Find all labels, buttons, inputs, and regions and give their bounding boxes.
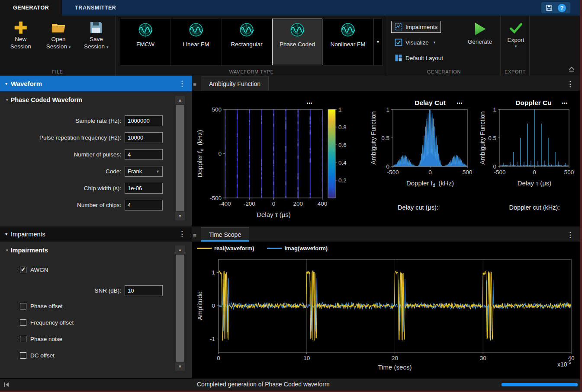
awgn-checkbox-row[interactable]: AWGN bbox=[20, 267, 48, 273]
delay-cut-menu-icon[interactable]: ... bbox=[457, 98, 462, 105]
layout-grid-icon bbox=[395, 54, 402, 62]
collapse-triangle-icon[interactable]: ▾ bbox=[5, 81, 7, 86]
axis-text: 0.5 bbox=[488, 135, 496, 141]
waveform-icon bbox=[237, 22, 257, 39]
legend-swatch bbox=[267, 248, 282, 249]
axis-text: 1 bbox=[338, 106, 342, 113]
phase-noise-checkbox[interactable] bbox=[20, 336, 26, 342]
snr-input[interactable] bbox=[125, 285, 163, 296]
doppler-cut-ylabel: Ambiguity Function bbox=[479, 111, 486, 164]
default-layout-button[interactable]: Default Layout bbox=[391, 52, 447, 64]
waveform-type-linear-fm[interactable]: Linear FM bbox=[171, 19, 222, 65]
impairments-panel-header: ▾ Impairments ⋮ bbox=[0, 226, 192, 242]
field-num-chips: Number of chips: bbox=[0, 197, 173, 214]
code-dropdown[interactable]: Frank ▼ bbox=[125, 166, 163, 177]
visualize-button[interactable]: Visualize ▾ bbox=[391, 36, 439, 48]
new-session-button[interactable]: New Session bbox=[3, 20, 38, 51]
impairments-section-title[interactable]: ▾ Impairments bbox=[6, 247, 48, 254]
collapse-status-icon[interactable] bbox=[3, 382, 10, 388]
axis-text: 0 bbox=[218, 150, 222, 157]
titlebar: GENERATOR TRANSMITTER ? bbox=[0, 0, 580, 16]
generation-section: Impairments Visualize ▾ Default Layout bbox=[388, 16, 501, 76]
gallery-overflow-button[interactable]: ▼ bbox=[373, 19, 382, 65]
tab-transmitter[interactable]: TRANSMITTER bbox=[62, 0, 129, 16]
waveform-panel-menu-icon[interactable]: ⋮ bbox=[178, 80, 186, 87]
waveform-type-nonlinear-fm[interactable]: Nonlinear FM bbox=[323, 19, 373, 65]
export-section: Export ▾ EXPORT bbox=[501, 16, 530, 76]
axis-text: 0.5 bbox=[381, 135, 389, 141]
axis-text: 0 bbox=[493, 163, 496, 170]
axis-text: -500 bbox=[210, 195, 222, 201]
doppler-cut-xlabel: Delay τ (μs) bbox=[518, 179, 552, 187]
dc-offset-checkbox-row[interactable]: DC offset bbox=[20, 352, 55, 359]
phase-noise-checkbox-row[interactable]: Phase noise bbox=[20, 336, 62, 342]
waveform-section-title[interactable]: ▾ Phase Coded Waveform bbox=[6, 96, 82, 103]
scroll-down-icon[interactable]: ▼ bbox=[175, 212, 185, 220]
axis-text: 20 bbox=[392, 355, 398, 361]
save-icon[interactable] bbox=[546, 4, 553, 11]
axis-text: 1 bbox=[212, 269, 215, 276]
collapse-toolstrip-icon[interactable] bbox=[568, 65, 576, 72]
field-prf: Pulse repetition frequency (Hz): bbox=[0, 129, 173, 146]
scroll-thumb[interactable] bbox=[176, 255, 184, 362]
waveform-icon bbox=[135, 22, 155, 39]
visualize-icon bbox=[395, 38, 402, 46]
waveform-type-rectangular[interactable]: Rectangular bbox=[222, 19, 272, 65]
scroll-up-icon[interactable]: ▲ bbox=[175, 96, 185, 105]
tab-ambiguity-function[interactable]: Ambiguity Function bbox=[201, 76, 269, 91]
impairments-panel-body: ▾ Impairments AWGN SNR (dB): Phase offse… bbox=[0, 242, 192, 378]
num-pulses-input[interactable] bbox=[125, 149, 163, 160]
frequency-offset-checkbox[interactable] bbox=[20, 319, 26, 326]
collapse-triangle-icon[interactable]: ▾ bbox=[5, 232, 7, 236]
open-session-button[interactable]: Open Session▾ bbox=[41, 20, 75, 51]
phase-offset-checkbox-row[interactable]: Phase offset bbox=[20, 303, 63, 309]
tab-generator[interactable]: GENERATOR bbox=[0, 0, 62, 16]
waveform-type-fmcw[interactable]: FMCW bbox=[120, 19, 171, 65]
prf-input[interactable] bbox=[125, 132, 163, 143]
play-icon bbox=[472, 21, 488, 37]
impairments-panel-menu-icon[interactable]: ⋮ bbox=[178, 230, 186, 238]
phase-offset-checkbox[interactable] bbox=[20, 303, 26, 309]
axis-text: 0.8 bbox=[338, 124, 347, 131]
waveform-scrollbar[interactable]: ▲ ▼ bbox=[175, 96, 185, 220]
delay-cut-title: Delay Cut bbox=[415, 99, 446, 106]
tab-time-scope[interactable]: Time Scope bbox=[201, 227, 249, 242]
axis-text: 0 bbox=[428, 169, 432, 175]
doppler-cut-caption: Doppler cut (kHz): bbox=[509, 204, 560, 211]
sample-rate-input[interactable] bbox=[125, 115, 163, 126]
scroll-thumb[interactable] bbox=[176, 105, 184, 211]
ambiguity-menu-icon[interactable]: ⋮ bbox=[566, 80, 574, 88]
axis-text: 10 bbox=[303, 355, 310, 361]
num-chips-input[interactable] bbox=[125, 200, 163, 210]
panel-grip-icon[interactable]: ≡ bbox=[193, 82, 200, 87]
generate-button[interactable]: Generate bbox=[462, 21, 498, 45]
save-session-button[interactable]: Save Session▾ bbox=[79, 20, 113, 51]
scroll-up-icon[interactable]: ▲ bbox=[175, 245, 185, 254]
time-scope-axes: 01020304010-1Time (secs)Amplitudex10-5 bbox=[196, 259, 575, 371]
awgn-checkbox[interactable] bbox=[20, 267, 26, 273]
field-sample-rate: Sample rate (Hz): bbox=[0, 112, 173, 129]
chip-width-input[interactable] bbox=[125, 183, 163, 194]
help-icon[interactable]: ? bbox=[558, 4, 566, 12]
export-button[interactable]: Export ▾ bbox=[505, 21, 527, 48]
collapse-triangle-icon: ▾ bbox=[6, 98, 8, 102]
waveform-gallery: FMCW Linear FM bbox=[120, 18, 383, 66]
frequency-offset-checkbox-row[interactable]: Frequency offset bbox=[20, 319, 74, 326]
axis-text: -1 bbox=[210, 336, 215, 342]
file-section: New Session Open Session▾ bbox=[0, 16, 116, 76]
impairments-button[interactable]: Impairments bbox=[391, 21, 441, 33]
waveform-type-phase-coded[interactable]: Phase Coded bbox=[272, 19, 323, 65]
chevron-down-icon: ▼ bbox=[156, 169, 160, 174]
time-scope-menu-icon[interactable]: ⋮ bbox=[566, 231, 574, 239]
axis-text: 0 bbox=[533, 169, 536, 175]
heatmap-menu-icon[interactable]: ... bbox=[306, 98, 312, 105]
chevron-down-icon: ▾ bbox=[515, 44, 517, 48]
panel-grip-icon[interactable]: ≡ bbox=[193, 233, 200, 238]
dc-offset-checkbox[interactable] bbox=[20, 352, 26, 359]
impairments-scrollbar[interactable]: ▲ ▼ bbox=[175, 245, 185, 371]
legend-item-imag: imag(waveform) bbox=[267, 245, 328, 252]
time-scope-plot: 01020304010-1Time (secs)Amplitudex10-5 bbox=[192, 255, 580, 378]
doppler-cut-menu-icon[interactable]: ... bbox=[562, 98, 567, 105]
axis-text: 0 bbox=[386, 163, 389, 170]
scroll-down-icon[interactable]: ▼ bbox=[175, 362, 185, 371]
